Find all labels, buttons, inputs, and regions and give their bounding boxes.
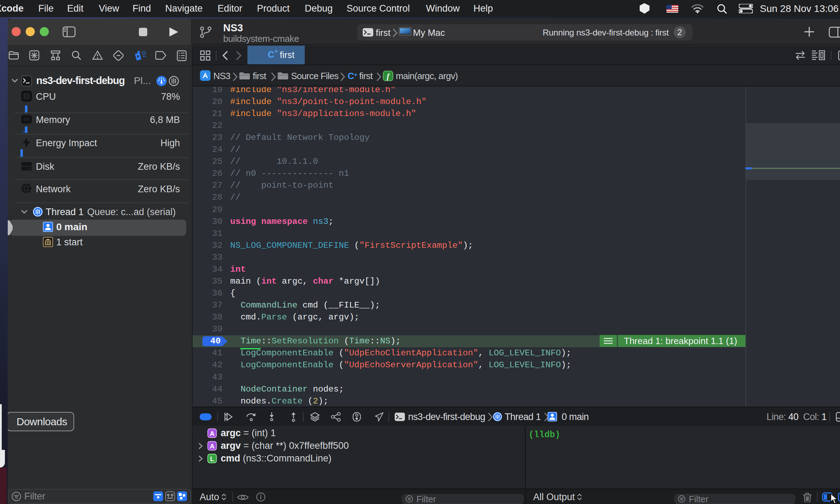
svg-text:L: L	[210, 455, 214, 463]
svg-text:A: A	[210, 430, 215, 437]
svg-text:A: A	[210, 442, 215, 450]
